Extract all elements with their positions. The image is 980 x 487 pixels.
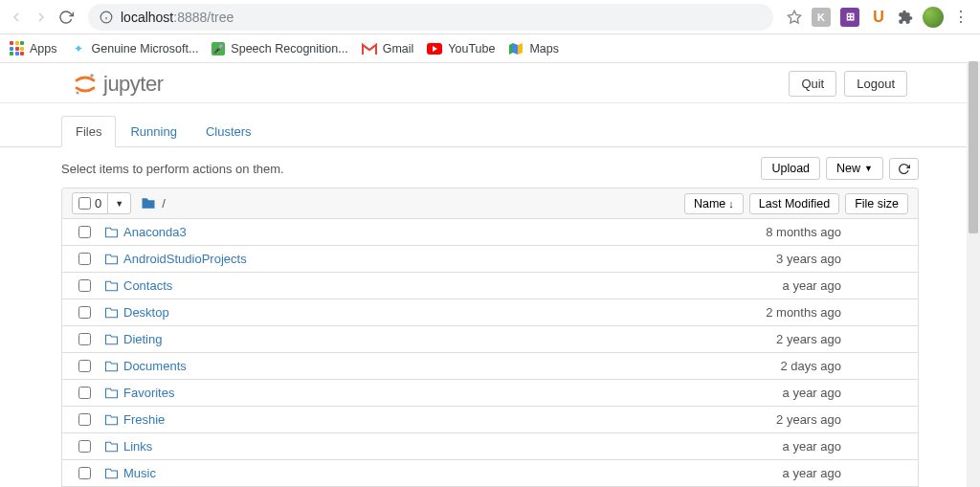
- file-row: AndroidStudioProjects3 years ago: [61, 246, 919, 273]
- list-header: 0 ▼ / Name ↓ Last Modified File size: [61, 188, 919, 219]
- row-checkbox[interactable]: [78, 467, 91, 479]
- folder-icon: [141, 197, 156, 210]
- bookmark-item[interactable]: 🎤 Speech Recognition...: [212, 42, 347, 55]
- bookmark-label: Genuine Microsoft...: [92, 42, 199, 55]
- breadcrumb-root: /: [162, 196, 166, 210]
- tab-clusters[interactable]: Clusters: [191, 116, 266, 147]
- favicon-icon: 🎤: [212, 42, 225, 55]
- row-checkbox[interactable]: [78, 333, 91, 345]
- browser-menu-icon[interactable]: ⋮: [953, 8, 969, 26]
- folder-icon: [104, 441, 118, 453]
- row-checkbox[interactable]: [78, 387, 91, 399]
- file-name-link[interactable]: Favorites: [123, 386, 174, 400]
- tab-running[interactable]: Running: [116, 116, 190, 147]
- folder-icon: [104, 361, 118, 372]
- row-checkbox[interactable]: [78, 253, 91, 265]
- svg-marker-3: [788, 11, 800, 23]
- sort-name-button[interactable]: Name ↓: [684, 193, 744, 214]
- youtube-icon: [427, 41, 442, 56]
- file-row: Dieting2 years ago: [61, 326, 919, 353]
- reload-button[interactable]: [57, 9, 75, 26]
- profile-avatar[interactable]: [923, 7, 944, 28]
- tabs-row: Files Running Clusters: [0, 115, 980, 147]
- file-name-link[interactable]: Desktop: [123, 305, 169, 320]
- row-checkbox[interactable]: [78, 226, 91, 238]
- row-checkbox[interactable]: [78, 413, 91, 426]
- action-hint: Select items to perform actions on them.: [61, 162, 284, 176]
- folder-icon: [104, 468, 118, 479]
- file-row: Anaconda38 months ago: [61, 219, 919, 246]
- folder-icon: [104, 254, 118, 265]
- extension-icon[interactable]: U: [869, 8, 888, 27]
- select-all-checkbox[interactable]: [78, 197, 91, 210]
- jupyter-logo-icon: [73, 72, 98, 97]
- bookmark-star-icon[interactable]: [787, 10, 802, 25]
- selected-count: 0: [95, 196, 101, 210]
- refresh-button[interactable]: [889, 158, 919, 180]
- apps-grid-icon: [10, 41, 24, 55]
- file-name-link[interactable]: Contacts: [123, 278, 172, 293]
- folder-icon: [104, 280, 118, 292]
- extension-icon[interactable]: ⊞: [840, 8, 859, 27]
- maps-icon: [508, 41, 523, 56]
- svg-point-6: [90, 74, 94, 77]
- breadcrumb[interactable]: /: [141, 196, 166, 210]
- bookmark-label: Gmail: [383, 42, 414, 55]
- jupyter-logo[interactable]: jupyter: [73, 72, 164, 97]
- file-toolbar: Select items to perform actions on them.…: [0, 147, 980, 188]
- quit-button[interactable]: Quit: [789, 71, 836, 97]
- select-dropdown-button[interactable]: ▼: [108, 196, 130, 211]
- folder-icon: [104, 334, 118, 345]
- caret-down-icon: ▼: [864, 164, 873, 173]
- tab-files[interactable]: Files: [61, 116, 116, 147]
- svg-point-7: [77, 91, 79, 94]
- folder-icon: [104, 387, 118, 399]
- logout-button[interactable]: Logout: [844, 71, 907, 97]
- upload-button[interactable]: Upload: [761, 157, 820, 180]
- file-modified: 8 months ago: [717, 225, 841, 239]
- bookmarks-bar: Apps ✦ Genuine Microsoft... 🎤 Speech Rec…: [0, 34, 980, 63]
- bookmark-item[interactable]: Gmail: [362, 41, 414, 56]
- apps-label: Apps: [30, 42, 57, 55]
- file-name-link[interactable]: Documents: [123, 359, 187, 373]
- bookmark-item[interactable]: ✦ Genuine Microsoft...: [71, 41, 199, 56]
- row-checkbox[interactable]: [78, 360, 91, 372]
- file-row: Contactsa year ago: [61, 273, 919, 299]
- sort-size-button[interactable]: File size: [845, 193, 908, 214]
- folder-icon: [104, 307, 118, 319]
- file-modified: a year ago: [717, 386, 841, 400]
- bookmark-item[interactable]: Maps: [508, 41, 559, 56]
- scrollbar[interactable]: [967, 61, 980, 487]
- scrollbar-thumb[interactable]: [969, 61, 978, 233]
- row-checkbox[interactable]: [78, 306, 91, 319]
- jupyter-header: jupyter Quit Logout: [0, 63, 980, 103]
- sort-modified-button[interactable]: Last Modified: [749, 193, 839, 214]
- apps-button[interactable]: Apps: [10, 41, 57, 55]
- folder-icon: [104, 414, 118, 426]
- file-row: Favoritesa year ago: [61, 380, 919, 407]
- extensions-menu-icon[interactable]: [898, 10, 913, 25]
- file-name-link[interactable]: Dieting: [123, 332, 162, 346]
- file-row: Musica year ago: [61, 460, 919, 487]
- file-modified: 2 months ago: [717, 305, 841, 320]
- extension-icon[interactable]: K: [812, 8, 831, 27]
- file-name-link[interactable]: Links: [123, 439, 152, 454]
- file-name-link[interactable]: Freshie: [123, 412, 165, 427]
- bookmark-item[interactable]: YouTube: [427, 41, 495, 56]
- gmail-icon: [362, 41, 377, 56]
- file-modified: 2 years ago: [717, 332, 841, 346]
- file-row: Freshie2 years ago: [61, 407, 919, 433]
- nav-forward-button[interactable]: [33, 9, 50, 26]
- site-info-icon[interactable]: [100, 11, 113, 24]
- file-name-link[interactable]: AndroidStudioProjects: [123, 252, 247, 266]
- address-bar[interactable]: localhost:8888/tree: [88, 4, 773, 31]
- new-dropdown-button[interactable]: New▼: [826, 157, 883, 180]
- jupyter-page: jupyter Quit Logout Files Running Cluste…: [0, 63, 980, 487]
- file-name-link[interactable]: Anaconda3: [123, 225, 187, 239]
- file-name-link[interactable]: Music: [123, 466, 156, 480]
- file-row: Desktop2 months ago: [61, 299, 919, 326]
- row-checkbox[interactable]: [78, 440, 91, 453]
- file-modified: a year ago: [717, 278, 841, 293]
- row-checkbox[interactable]: [78, 279, 91, 292]
- nav-back-button[interactable]: [8, 9, 25, 26]
